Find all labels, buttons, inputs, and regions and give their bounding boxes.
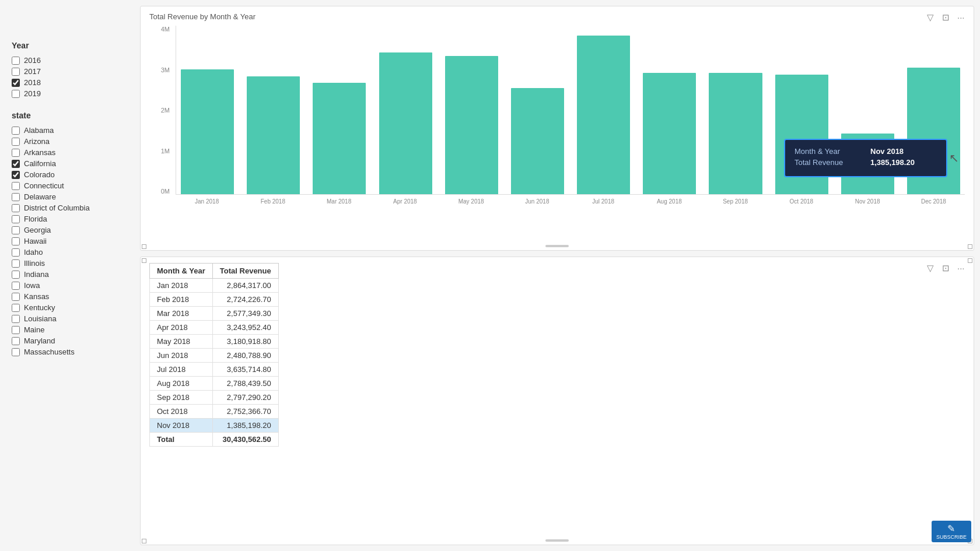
state-checkbox[interactable] <box>12 215 20 223</box>
bar-group[interactable] <box>176 26 239 194</box>
table-cell-month: Nov 2018 <box>150 419 213 433</box>
state-checkbox[interactable] <box>12 337 20 345</box>
table-total-row: Total30,430,562.50 <box>150 433 279 447</box>
bar-group[interactable] <box>374 26 437 194</box>
state-label: Delaware <box>24 192 56 201</box>
year-checkbox-item[interactable]: 2018 <box>12 77 128 88</box>
state-checkbox[interactable] <box>12 237 20 245</box>
bar-group[interactable] <box>506 26 569 194</box>
state-checkbox-item[interactable]: Delaware <box>12 191 128 202</box>
year-checkbox-item[interactable]: 2016 <box>12 55 128 66</box>
state-checkbox[interactable] <box>12 304 20 312</box>
state-checkbox[interactable] <box>12 138 20 146</box>
state-checkbox-item[interactable]: Alabama <box>12 125 128 136</box>
expand-icon[interactable]: ⊡ <box>942 12 953 23</box>
x-axis-label: Sep 2018 <box>704 196 766 212</box>
state-checkbox[interactable] <box>12 248 20 257</box>
table-panel: ▽ ⊡ ··· Month & Year Total Revenue Jan 2… <box>140 257 974 545</box>
state-label: Kansas <box>24 292 49 301</box>
state-checkbox[interactable] <box>12 315 20 323</box>
year-label: 2017 <box>24 67 41 76</box>
year-checkbox[interactable] <box>12 79 20 87</box>
table-cell-month: May 2018 <box>150 335 213 349</box>
subscribe-label: SUBSCRIBE <box>936 534 967 540</box>
table-scroll-indicator <box>545 539 569 542</box>
state-checkbox-item[interactable]: Idaho <box>12 247 128 258</box>
tooltip-month-value: Nov 2018 <box>870 147 904 156</box>
state-checkbox[interactable] <box>12 348 20 356</box>
state-checkbox[interactable] <box>12 282 20 290</box>
state-checkbox[interactable] <box>12 149 20 157</box>
tooltip-revenue-value: 1,385,198.20 <box>870 158 915 167</box>
table-row: Apr 20183,243,952.40 <box>150 321 279 335</box>
state-checkbox-item[interactable]: Colorado <box>12 169 128 180</box>
state-checkbox-item[interactable]: Florida <box>12 213 128 224</box>
state-checkbox[interactable] <box>12 259 20 268</box>
sidebar: Year 2016201720182019 state AlabamaArizo… <box>6 35 134 545</box>
table-cell-revenue: 3,635,714.80 <box>212 363 278 377</box>
year-checkbox[interactable] <box>12 90 20 98</box>
state-checkbox-item[interactable]: District of Columbia <box>12 202 128 213</box>
state-label: Iowa <box>24 281 40 290</box>
state-checkbox[interactable] <box>12 326 20 334</box>
year-checkbox[interactable] <box>12 57 20 65</box>
more-icon[interactable]: ··· <box>957 12 968 23</box>
table-filter-icon[interactable]: ▽ <box>927 263 937 273</box>
bar-group[interactable] <box>440 26 503 194</box>
table-row: Mar 20182,577,349.30 <box>150 307 279 321</box>
table-more-icon[interactable]: ··· <box>957 263 968 273</box>
bar-group[interactable] <box>308 26 370 194</box>
y-axis-label: 0M <box>161 188 170 195</box>
state-checkbox[interactable] <box>12 226 20 234</box>
bar-group[interactable] <box>242 26 304 194</box>
state-checkbox[interactable] <box>12 182 20 190</box>
state-checkbox[interactable] <box>12 293 20 301</box>
state-checkbox[interactable] <box>12 193 20 201</box>
state-checkbox-item[interactable]: California <box>12 158 128 169</box>
bar-group[interactable] <box>572 26 635 194</box>
main-content: Total Revenue by Month & Year ▽ ⊡ ··· 4M… <box>140 6 974 545</box>
state-label: Indiana <box>24 270 49 279</box>
state-checkbox-item[interactable]: Arizona <box>12 136 128 147</box>
subscribe-button[interactable]: ✎ SUBSCRIBE <box>932 521 971 542</box>
state-checkbox[interactable] <box>12 160 20 168</box>
table-row: May 20183,180,918.80 <box>150 335 279 349</box>
state-checkbox-item[interactable]: Hawaii <box>12 236 128 247</box>
state-label: Maine <box>24 325 44 334</box>
year-label: 2019 <box>24 89 41 98</box>
state-filter-list: AlabamaArizonaArkansasCaliforniaColorado… <box>12 125 128 357</box>
state-checkbox-item[interactable]: Indiana <box>12 269 128 280</box>
state-checkbox-item[interactable]: Massachusetts <box>12 346 128 357</box>
state-checkbox-item[interactable]: Louisiana <box>12 313 128 324</box>
year-checkbox-item[interactable]: 2019 <box>12 88 128 99</box>
table-cell-revenue: 2,724,226.70 <box>212 293 278 307</box>
bar-group[interactable] <box>638 26 701 194</box>
bar-group[interactable] <box>704 26 766 194</box>
state-checkbox-item[interactable]: Illinois <box>12 258 128 269</box>
table-expand-icon[interactable]: ⊡ <box>942 263 953 273</box>
state-checkbox-item[interactable]: Maryland <box>12 335 128 346</box>
state-checkbox-item[interactable]: Georgia <box>12 224 128 236</box>
table-total-value: 30,430,562.50 <box>212 433 278 447</box>
state-checkbox[interactable] <box>12 171 20 179</box>
state-checkbox[interactable] <box>12 127 20 135</box>
state-checkbox[interactable] <box>12 271 20 279</box>
table-row: Oct 20182,752,366.70 <box>150 405 279 419</box>
filter-icon[interactable]: ▽ <box>927 12 937 23</box>
state-checkbox-item[interactable]: Arkansas <box>12 147 128 158</box>
state-checkbox-item[interactable]: Connecticut <box>12 180 128 191</box>
year-checkbox-item[interactable]: 2017 <box>12 66 128 77</box>
state-checkbox-item[interactable]: Iowa <box>12 280 128 291</box>
table-row: Nov 20181,385,198.20 <box>150 419 279 433</box>
x-axis-label: Jul 2018 <box>572 196 635 212</box>
table-panel-icons: ▽ ⊡ ··· <box>927 263 968 273</box>
table-cell-month: Sep 2018 <box>150 391 213 405</box>
year-filter-list: 2016201720182019 <box>12 55 128 99</box>
state-checkbox-item[interactable]: Maine <box>12 324 128 335</box>
state-checkbox-item[interactable]: Kentucky <box>12 302 128 313</box>
table-col-month: Month & Year <box>150 264 213 279</box>
state-checkbox-item[interactable]: Kansas <box>12 291 128 302</box>
year-checkbox[interactable] <box>12 68 20 76</box>
state-label: California <box>24 159 56 168</box>
state-checkbox[interactable] <box>12 204 20 212</box>
